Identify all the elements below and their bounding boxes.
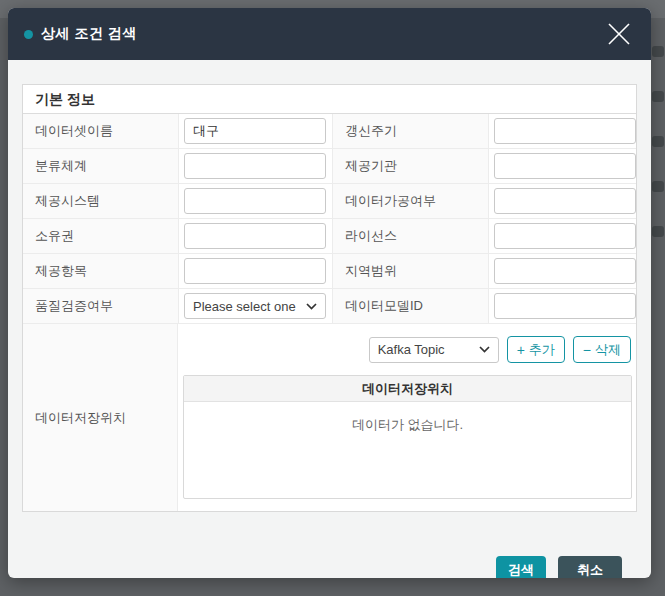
chevron-down-icon: [306, 303, 317, 310]
cancel-button[interactable]: 취소: [558, 556, 622, 578]
close-button[interactable]: [603, 18, 635, 50]
label-classification: 분류체계: [23, 149, 178, 183]
label-data-processing: 데이터가공여부: [332, 184, 488, 218]
label-quality-check: 품질검증여부: [23, 289, 178, 323]
modal-header: 상세 조건 검색: [8, 8, 651, 60]
form-row: 분류체계 제공기관: [23, 149, 636, 184]
storage-type-select-value: Kafka Topic: [378, 342, 475, 357]
provider-org-input[interactable]: [494, 153, 636, 179]
modal-body: 기본 정보 데이터셋이름 갱신주기 분류체계 제공기관 제공시스템 데이터가공여…: [8, 60, 651, 578]
label-region-scope: 지역범위: [332, 254, 488, 288]
background-artifact: [652, 181, 664, 192]
background-artifact: [652, 91, 664, 102]
modal-title: 상세 조건 검색: [41, 25, 137, 43]
form-row: 제공시스템 데이터가공여부: [23, 184, 636, 219]
delete-button[interactable]: − 삭제: [573, 336, 631, 363]
update-cycle-input[interactable]: [494, 118, 636, 144]
label-data-model-id: 데이터모델ID: [332, 289, 488, 323]
form-row: 소유권 라이선스: [23, 219, 636, 254]
provider-system-input[interactable]: [184, 188, 326, 214]
dataset-name-input[interactable]: [184, 118, 326, 144]
basic-info-table: 기본 정보 데이터셋이름 갱신주기 분류체계 제공기관 제공시스템 데이터가공여…: [22, 84, 637, 512]
data-model-id-input[interactable]: [494, 293, 636, 319]
modal-footer: 검색 취소: [22, 512, 637, 578]
storage-type-select[interactable]: Kafka Topic: [369, 337, 499, 363]
label-provider-system: 제공시스템: [23, 184, 178, 218]
plus-icon: +: [517, 343, 525, 357]
ownership-input[interactable]: [184, 223, 326, 249]
background-artifact: [652, 136, 664, 147]
storage-toolbar: Kafka Topic + 추가 − 삭제: [183, 336, 632, 363]
storage-row: 데이터저장위치 Kafka Topic + 추가: [23, 324, 636, 511]
add-button[interactable]: + 추가: [507, 336, 565, 363]
minus-icon: −: [583, 343, 591, 357]
detail-search-modal: 상세 조건 검색 기본 정보 데이터셋이름 갱신주기 분류체계 제공기관: [8, 8, 651, 578]
form-row: 품질검증여부 Please select one 데이터모델ID: [23, 289, 636, 324]
storage-table-empty-message: 데이터가 없습니다.: [184, 402, 631, 434]
label-provided-items: 제공항목: [23, 254, 178, 288]
provided-items-input[interactable]: [184, 258, 326, 284]
data-processing-input[interactable]: [494, 188, 636, 214]
background-artifact: [652, 46, 664, 57]
background-artifact: [652, 226, 664, 237]
label-license: 라이선스: [332, 219, 488, 253]
storage-location-table: 데이터저장위치 데이터가 없습니다.: [183, 375, 632, 499]
chevron-down-icon: [479, 346, 490, 353]
section-title: 기본 정보: [23, 85, 636, 114]
storage-content: Kafka Topic + 추가 − 삭제: [178, 324, 636, 511]
label-ownership: 소유권: [23, 219, 178, 253]
search-button[interactable]: 검색: [496, 556, 546, 578]
close-icon: [606, 21, 632, 47]
delete-button-label: 삭제: [595, 341, 621, 359]
label-dataset-name: 데이터셋이름: [23, 114, 178, 148]
license-input[interactable]: [494, 223, 636, 249]
quality-check-select[interactable]: Please select one: [184, 293, 326, 319]
form-row: 데이터셋이름 갱신주기: [23, 114, 636, 149]
add-button-label: 추가: [529, 341, 555, 359]
form-row: 제공항목 지역범위: [23, 254, 636, 289]
label-update-cycle: 갱신주기: [332, 114, 488, 148]
label-storage-location: 데이터저장위치: [23, 324, 178, 511]
label-provider-org: 제공기관: [332, 149, 488, 183]
title-bullet-icon: [24, 30, 33, 39]
storage-table-header: 데이터저장위치: [184, 376, 631, 402]
region-scope-input[interactable]: [494, 258, 636, 284]
quality-check-select-value: Please select one: [193, 299, 302, 314]
classification-input[interactable]: [184, 153, 326, 179]
